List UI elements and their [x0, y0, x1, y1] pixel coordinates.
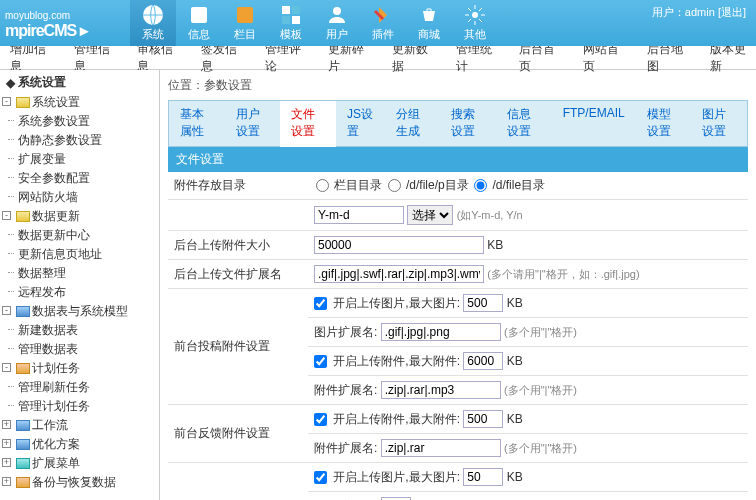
tree-item[interactable]: 安全参数配置: [2, 169, 157, 188]
max-file-input[interactable]: [463, 352, 503, 370]
tree-item[interactable]: 管理计划任务: [2, 397, 157, 416]
tab-文件设置[interactable]: 文件设置: [280, 101, 336, 147]
feedback-size[interactable]: [463, 410, 503, 428]
svg-rect-1: [191, 7, 207, 23]
max-size-input[interactable]: [314, 236, 484, 254]
tree-item[interactable]: 网站防火墙: [2, 188, 157, 207]
header: moyublog.com mpireCMS ▸ 系统信息栏目模板用户插件商城其他…: [0, 0, 756, 46]
tab-搜索设置[interactable]: 搜索设置: [440, 101, 496, 146]
sidebar-title: ◆ 系统设置: [2, 72, 157, 93]
tree-folder[interactable]: +备份与恢复数据: [2, 473, 157, 492]
main-nav-系统[interactable]: 系统: [130, 0, 176, 46]
sidebar: ◆ 系统设置 -系统设置系统参数设置伪静态参数设置扩展变量安全参数配置网站防火墙…: [0, 70, 160, 500]
logo-subtitle: moyublog.com: [5, 10, 125, 21]
max-size-label: 后台上传附件大小: [168, 231, 308, 260]
tree-folder[interactable]: -数据表与系统模型: [2, 302, 157, 321]
max-img-input[interactable]: [463, 294, 503, 312]
content: 位置：参数设置 基本属性用户设置文件设置JS设置分组生成搜索设置信息设置FTP/…: [160, 70, 756, 500]
main-nav-栏目[interactable]: 栏目: [222, 0, 268, 46]
tab-用户设置[interactable]: 用户设置: [225, 101, 281, 146]
radio-dfile[interactable]: /d/file目录: [472, 178, 545, 192]
main-nav: 系统信息栏目模板用户插件商城其他: [130, 0, 498, 46]
nav-icon: [141, 3, 165, 27]
tree-folder[interactable]: +扩展菜单: [2, 454, 157, 473]
nav-icon: [187, 3, 211, 27]
tree-folder[interactable]: -系统设置: [2, 93, 157, 112]
radio-dfile-p[interactable]: /d/file/p目录: [386, 178, 469, 192]
svg-rect-2: [237, 7, 253, 23]
tab-基本属性[interactable]: 基本属性: [169, 101, 225, 146]
tree-toggle-icon[interactable]: +: [2, 458, 11, 467]
settings-form: 附件存放目录 栏目目录 /d/file/p目录 /d/file目录 选择 (如Y…: [168, 172, 748, 500]
ymd-input[interactable]: [314, 206, 404, 224]
member-form-label: 会员表单附件设置: [168, 463, 308, 501]
logout-link[interactable]: [退出]: [718, 6, 746, 18]
logo-title: mpireCMS ▸: [5, 22, 87, 39]
radio-col-dir[interactable]: 栏目目录: [314, 178, 382, 192]
tree-item[interactable]: 更新信息页地址: [2, 245, 157, 264]
username: admin: [685, 6, 715, 18]
folder-icon: [16, 477, 30, 488]
logo: moyublog.com mpireCMS ▸: [0, 0, 130, 46]
main-nav-其他[interactable]: 其他: [452, 0, 498, 46]
tree-item[interactable]: 管理刷新任务: [2, 378, 157, 397]
tree-item[interactable]: 数据更新中心: [2, 226, 157, 245]
feedback-enable[interactable]: 开启上传附件,最大附件:: [314, 412, 460, 426]
tree-toggle-icon[interactable]: +: [2, 439, 11, 448]
main-nav-插件[interactable]: 插件: [360, 0, 406, 46]
member-img-enable[interactable]: 开启上传图片,最大图片:: [314, 470, 460, 484]
tab-图片设置[interactable]: 图片设置: [691, 101, 747, 146]
sub-nav: 增加信息管理信息审核信息签发信息管理评论更新碎片更新数据管理统计后台首页网站首页…: [0, 46, 756, 70]
user-info: 用户：admin [退出]: [652, 5, 746, 20]
tab-模型设置[interactable]: 模型设置: [636, 101, 692, 146]
enable-file-upload[interactable]: 开启上传附件,最大附件:: [314, 354, 460, 368]
tree-toggle-icon[interactable]: +: [2, 420, 11, 429]
front-submit-label: 前台投稿附件设置: [168, 289, 308, 405]
tree-folder[interactable]: -数据更新: [2, 207, 157, 226]
tree-item[interactable]: 远程发布: [2, 283, 157, 302]
tree-item[interactable]: 数据整理: [2, 264, 157, 283]
enable-img-upload[interactable]: 开启上传图片,最大图片:: [314, 296, 460, 310]
ymd-select[interactable]: 选择: [407, 205, 453, 225]
breadcrumb: 位置：参数设置: [168, 75, 748, 96]
tree-toggle-icon[interactable]: -: [2, 97, 11, 106]
ext-label: 后台上传文件扩展名: [168, 260, 308, 289]
collapse-icon[interactable]: ◆: [6, 76, 15, 90]
file-ext-input[interactable]: [381, 381, 501, 399]
tree-toggle-icon[interactable]: -: [2, 211, 11, 220]
tab-JS设置[interactable]: JS设置: [336, 101, 385, 146]
tree-toggle-icon[interactable]: -: [2, 306, 11, 315]
tab-信息设置[interactable]: 信息设置: [496, 101, 552, 146]
panel-title: 文件设置: [168, 147, 748, 172]
folder-icon: [16, 97, 30, 108]
member-img-size[interactable]: [463, 468, 503, 486]
tree-folder[interactable]: -计划任务: [2, 359, 157, 378]
tabs: 基本属性用户设置文件设置JS设置分组生成搜索设置信息设置FTP/EMAIL模型设…: [168, 100, 748, 147]
img-ext-input[interactable]: [381, 323, 501, 341]
main-nav-模板[interactable]: 模板: [268, 0, 314, 46]
attach-dir-label: 附件存放目录: [168, 172, 308, 200]
tab-分组生成[interactable]: 分组生成: [385, 101, 441, 146]
ext-input[interactable]: [314, 265, 484, 283]
svg-rect-4: [292, 6, 300, 14]
main-nav-商城[interactable]: 商城: [406, 0, 452, 46]
folder-icon: [16, 363, 30, 374]
tree-item[interactable]: 系统参数设置: [2, 112, 157, 131]
svg-rect-6: [292, 16, 300, 24]
svg-rect-3: [282, 6, 290, 14]
tree-item[interactable]: 管理数据表: [2, 340, 157, 359]
main-nav-用户[interactable]: 用户: [314, 0, 360, 46]
tree-item[interactable]: 伪静态参数设置: [2, 131, 157, 150]
feedback-ext[interactable]: [381, 439, 501, 457]
nav-icon: [417, 3, 441, 27]
tree-toggle-icon[interactable]: -: [2, 363, 11, 372]
folder-icon: [16, 306, 30, 317]
main-nav-信息[interactable]: 信息: [176, 0, 222, 46]
tab-FTP/EMAIL[interactable]: FTP/EMAIL: [552, 101, 636, 146]
svg-point-8: [472, 12, 478, 18]
tree-item[interactable]: 新建数据表: [2, 321, 157, 340]
tree-toggle-icon[interactable]: +: [2, 477, 11, 486]
tree-folder[interactable]: +优化方案: [2, 435, 157, 454]
tree-folder[interactable]: +工作流: [2, 416, 157, 435]
tree-item[interactable]: 扩展变量: [2, 150, 157, 169]
